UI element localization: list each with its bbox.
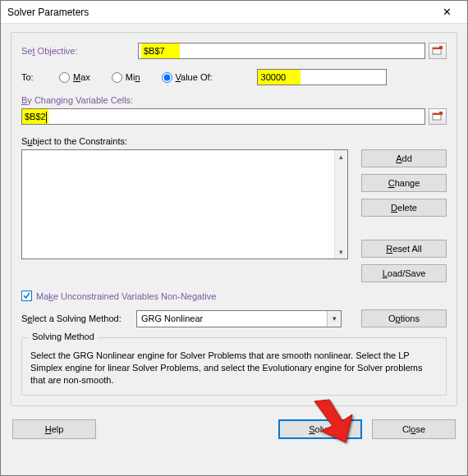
checkmark-icon	[21, 291, 32, 301]
constraints-listbox[interactable]: ▴ ▾	[21, 149, 348, 259]
close-button[interactable]: Close	[372, 419, 456, 439]
svg-rect-2	[439, 46, 443, 49]
select-method-label: Select a Solving Method:	[21, 314, 130, 323]
solver-dialog: Solver Parameters ✕ Set Objective: $B$7 …	[0, 0, 468, 476]
variable-cells-input[interactable]: $B$2	[21, 108, 425, 125]
scroll-up-icon[interactable]: ▴	[335, 150, 347, 163]
main-frame: Set Objective: $B$7 To: Max Min	[11, 32, 457, 406]
max-radio[interactable]: Max	[59, 72, 90, 83]
variable-cells-label: By Changing Variable Cells:	[21, 95, 447, 105]
solving-method-description: Select the GRG Nonlinear engine for Solv…	[30, 350, 438, 387]
nonnegative-checkbox[interactable]: Make Unconstrained Variables Non-Negativ…	[21, 291, 447, 301]
range-picker-icon[interactable]	[429, 108, 447, 125]
solve-button[interactable]: Solve	[278, 419, 362, 439]
titlebar: Solver Parameters ✕	[1, 1, 467, 24]
set-objective-label: Set Objective:	[21, 46, 138, 56]
scroll-down-icon[interactable]: ▾	[335, 245, 347, 259]
load-save-button[interactable]: Load/Save	[361, 264, 447, 282]
solving-method-frame: Solving Method Select the GRG Nonlinear …	[21, 337, 447, 396]
help-button[interactable]: Help	[12, 419, 96, 439]
delete-button[interactable]: Delete	[361, 199, 447, 217]
constraints-label: Subject to the Constraints:	[21, 136, 447, 146]
close-icon[interactable]: ✕	[431, 3, 462, 21]
min-radio[interactable]: Min	[112, 72, 140, 83]
change-button[interactable]: Change	[361, 174, 447, 192]
value-of-input[interactable]: 30000	[257, 69, 387, 85]
value-of-radio[interactable]: Value Of:	[162, 72, 213, 83]
solving-method-legend: Solving Method	[29, 332, 98, 341]
chevron-down-icon: ▾	[327, 311, 341, 327]
svg-rect-5	[439, 112, 443, 115]
reset-all-button[interactable]: Reset All	[361, 240, 447, 258]
add-button[interactable]: Add	[361, 149, 447, 167]
scrollbar[interactable]: ▴ ▾	[334, 150, 347, 259]
solving-method-dropdown[interactable]: GRG Nonlinear ▾	[136, 310, 342, 327]
window-title: Solver Parameters	[7, 7, 89, 18]
to-label: To:	[21, 72, 56, 82]
range-picker-icon[interactable]	[429, 43, 447, 59]
objective-input[interactable]: $B$7	[138, 43, 425, 59]
options-button[interactable]: Options	[361, 309, 447, 327]
